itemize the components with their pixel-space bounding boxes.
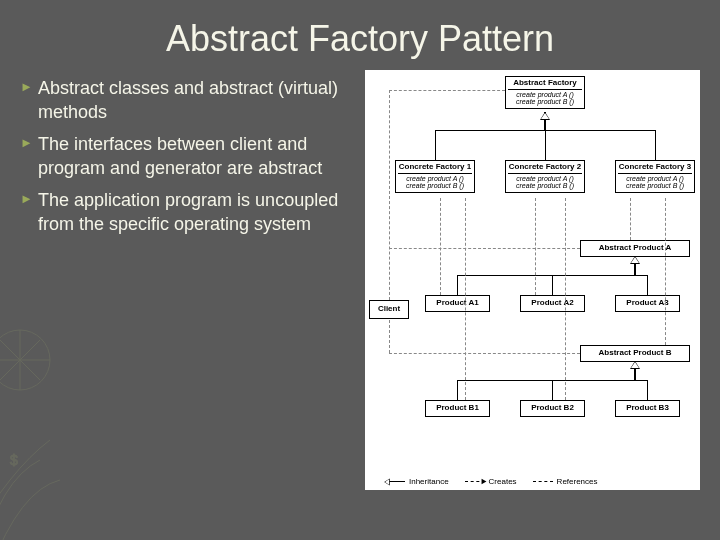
bullet-marker-icon: ► bbox=[20, 132, 38, 154]
concrete-factory-2-methods: create product A ()create product B () bbox=[508, 175, 582, 190]
abstract-factory-label: Abstract Factory bbox=[508, 79, 582, 90]
legend: Inheritance Creates References bbox=[385, 477, 598, 486]
product-a3-box: Product A3 bbox=[615, 295, 680, 312]
product-b1-box: Product B1 bbox=[425, 400, 490, 417]
bullet-item: ► Abstract classes and abstract (virtual… bbox=[20, 76, 355, 124]
concrete-factory-3-box: Concrete Factory 3 create product A ()cr… bbox=[615, 160, 695, 193]
product-a2-box: Product A2 bbox=[520, 295, 585, 312]
abstract-factory-methods: create product A ()create product B () bbox=[508, 91, 582, 106]
abstract-product-a-label: Abstract Product A bbox=[599, 243, 672, 252]
bullet-item: ► The application program is uncoupled f… bbox=[20, 188, 355, 236]
abstract-factory-box: Abstract Factory create product A ()crea… bbox=[505, 76, 585, 109]
concrete-factory-1-methods: create product A ()create product B () bbox=[398, 175, 472, 190]
legend-creates: Creates bbox=[465, 477, 517, 486]
client-label: Client bbox=[378, 304, 400, 313]
bullet-marker-icon: ► bbox=[20, 76, 38, 98]
abstract-product-b-box: Abstract Product B bbox=[580, 345, 690, 362]
abstract-product-b-label: Abstract Product B bbox=[599, 348, 672, 357]
concrete-factory-2-box: Concrete Factory 2 create product A ()cr… bbox=[505, 160, 585, 193]
concrete-factory-1-box: Concrete Factory 1 create product A ()cr… bbox=[395, 160, 475, 193]
bullet-text: Abstract classes and abstract (virtual) … bbox=[38, 76, 355, 124]
client-box: Client bbox=[369, 300, 409, 319]
bullet-text: The application program is uncoupled fro… bbox=[38, 188, 355, 236]
uml-diagram: Abstract Factory create product A ()crea… bbox=[365, 70, 700, 490]
bullet-list: ► Abstract classes and abstract (virtual… bbox=[20, 70, 355, 490]
slide-title: Abstract Factory Pattern bbox=[0, 0, 720, 70]
legend-references: References bbox=[533, 477, 598, 486]
content-row: ► Abstract classes and abstract (virtual… bbox=[0, 70, 720, 490]
concrete-factory-3-methods: create product A ()create product B () bbox=[618, 175, 692, 190]
concrete-factory-2-label: Concrete Factory 2 bbox=[508, 163, 582, 174]
abstract-product-a-box: Abstract Product A bbox=[580, 240, 690, 257]
legend-inheritance: Inheritance bbox=[385, 477, 449, 486]
bullet-item: ► The interfaces between client and prog… bbox=[20, 132, 355, 180]
concrete-factory-3-label: Concrete Factory 3 bbox=[618, 163, 692, 174]
product-b2-box: Product B2 bbox=[520, 400, 585, 417]
product-a1-box: Product A1 bbox=[425, 295, 490, 312]
concrete-factory-1-label: Concrete Factory 1 bbox=[398, 163, 472, 174]
product-b3-box: Product B3 bbox=[615, 400, 680, 417]
bullet-marker-icon: ► bbox=[20, 188, 38, 210]
bullet-text: The interfaces between client and progra… bbox=[38, 132, 355, 180]
